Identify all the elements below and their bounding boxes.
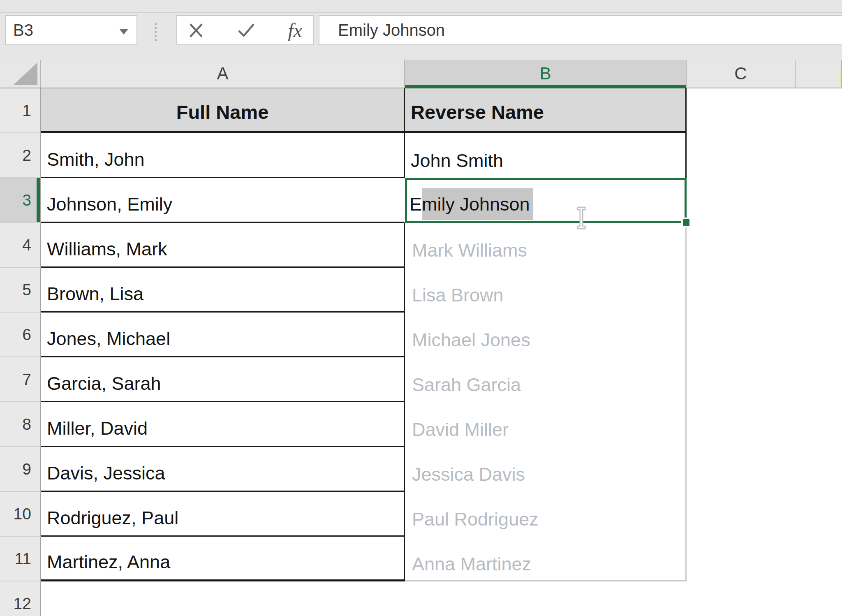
cell-b3-active-edit[interactable]: Emily Johnson [405,178,687,223]
flash-fill-ghost-cell[interactable]: Jessica Davis [405,447,685,492]
row-number: 6 [22,326,31,344]
column-header[interactable] [796,60,842,88]
cell-b2-value: John Smith [411,150,503,171]
ghost-value: Mark Williams [412,240,527,261]
full-name-header-label: Full Name [176,101,269,123]
row-number: 2 [22,146,31,164]
cancel-button[interactable] [188,22,204,39]
flash-fill-ghost-cell[interactable]: Paul Rodriguez [405,492,685,537]
full-name-value: Smith, John [47,149,145,170]
column-header-row: A B C [0,60,842,88]
row-header[interactable]: 3 [0,178,41,223]
row-header[interactable]: 5 [0,268,41,313]
checkmark-icon [237,23,255,38]
chrome-divider [0,12,842,13]
cell-a1-full-name-header[interactable]: Full Name [41,88,405,133]
row-number: 11 [15,550,32,568]
column-a-cell[interactable]: Jones, Michael [41,313,405,357]
column-a-cell[interactable]: Smith, John [41,133,405,178]
insert-function-button[interactable]: fx [288,19,302,42]
enter-button[interactable] [237,23,255,38]
ghost-value: Anna Martinez [412,553,531,575]
row-number: 5 [22,281,31,299]
fx-icon: fx [288,19,302,42]
excel-window: B3 fx Emily Johnson [0,0,842,616]
row-header[interactable]: 7 [0,357,41,402]
row-number: 1 [22,102,31,120]
column-a-cell[interactable]: Martinez, Anna [41,537,405,581]
flash-fill-ghost-cell[interactable]: Sarah Garcia [405,357,685,402]
full-name-value: Rodriguez, Paul [47,507,178,529]
row-number: 8 [22,415,31,433]
formula-bar-value: Emily Johnson [338,21,445,39]
reverse-name-header-label: Reverse Name [411,101,544,123]
formula-bar-buttons: fx [176,15,314,45]
flash-fill-ghost-cell[interactable]: Mark Williams [405,223,685,268]
b3-typed-text: E [409,193,422,215]
column-header[interactable]: C [687,60,796,88]
row-header[interactable]: 12 [0,581,41,616]
row-header[interactable]: 10 [0,492,41,537]
flash-fill-ghost-cell[interactable]: David Miller [405,402,685,447]
column-header[interactable]: A [41,60,405,88]
row-number: 3 [22,191,31,209]
cell-b2[interactable]: John Smith [405,133,687,178]
row-number: 10 [14,505,31,523]
flash-fill-ghost-cell[interactable]: Michael Jones [405,313,685,357]
row-header[interactable]: 11 [0,537,41,581]
row-number: 4 [22,236,31,254]
ghost-value: Sarah Garcia [412,374,521,396]
row-header[interactable]: 6 [0,313,41,357]
selected-row-accent [37,178,40,222]
column-a-cell[interactable]: Garcia, Sarah [41,357,405,402]
name-box-dropdown-icon[interactable] [119,29,128,35]
full-name-value: Brown, Lisa [47,283,143,305]
ghost-value: Michael Jones [412,329,530,351]
ghost-value: David Miller [412,419,509,440]
full-name-value: Johnson, Emily [47,194,172,215]
name-box[interactable]: B3 [5,15,137,45]
flash-fill-ghost-cell[interactable]: Lisa Brown [405,268,685,313]
column-a-cell[interactable]: Rodriguez, Paul [41,492,405,537]
row-header[interactable]: 1 [0,88,41,133]
cell-b3-edit-line: Emily Johnson [407,193,685,221]
full-name-value: Martinez, Anna [47,551,170,573]
column-letter: B [539,64,551,83]
row-header[interactable]: 9 [0,447,41,492]
cell-b1-reverse-name-header[interactable]: Reverse Name [405,88,687,133]
row-header[interactable]: 4 [0,223,41,268]
full-name-value: Williams, Mark [47,239,167,260]
row-number: 12 [14,595,31,613]
full-name-value: Miller, David [47,418,148,439]
column-a-cell[interactable]: Davis, Jessica [41,447,405,492]
ghost-value: Lisa Brown [412,285,504,306]
row-number: 9 [22,460,31,478]
column-a-cell[interactable]: Johnson, Emily [41,178,405,223]
full-name-value: Jones, Michael [47,328,170,350]
fill-handle[interactable] [683,219,689,226]
select-all-button[interactable] [0,60,41,88]
ghost-value: Jessica Davis [412,464,525,485]
selected-column-underline [405,85,686,88]
full-name-value: Davis, Jessica [47,463,165,484]
select-all-triangle-icon [14,63,37,85]
column-a-cell[interactable]: Brown, Lisa [41,268,405,313]
column-letter: C [734,64,747,83]
name-box-value: B3 [13,21,33,39]
ghost-value: Paul Rodriguez [412,509,539,530]
flash-fill-preview-region[interactable]: Mark Williams Lisa Brown Michael Jones S… [405,223,687,581]
column-a-cell[interactable]: Williams, Mark [41,223,405,268]
row-header[interactable]: 2 [0,133,41,178]
row-number: 7 [22,371,31,389]
formula-bar[interactable]: Emily Johnson [319,15,842,45]
flash-fill-ghost-cell[interactable]: Anna Martinez [405,537,685,581]
column-a-cell[interactable]: Miller, David [41,402,405,447]
full-name-value: Garcia, Sarah [47,373,161,394]
column-letter: A [217,64,228,83]
row-header[interactable]: 8 [0,402,41,447]
formula-bar-drag-handle [155,23,157,41]
column-header[interactable]: B [405,60,687,88]
ibeam-cursor-icon [576,206,587,231]
b3-suggested-text: mily Johnson [422,188,533,220]
cancel-x-icon [188,22,204,39]
